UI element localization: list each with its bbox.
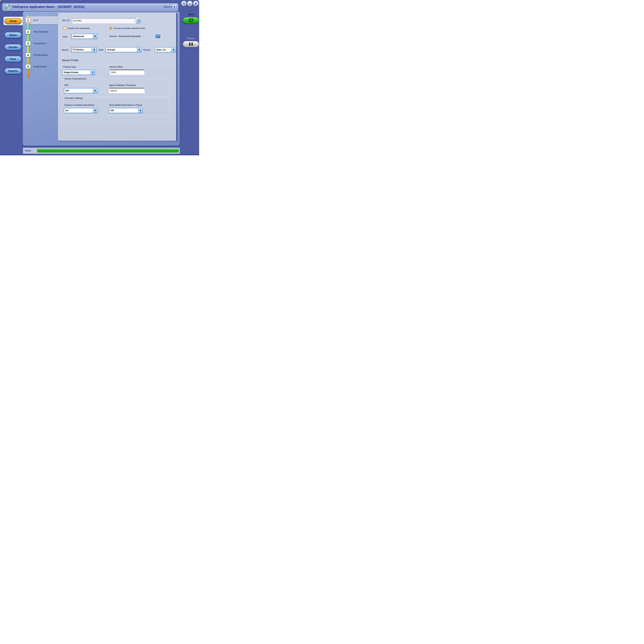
device-label: Device [62, 49, 69, 51]
minimize-icon [189, 2, 191, 5]
edit-dut-id-button[interactable]: ✎ [135, 18, 141, 23]
section-divider [62, 63, 176, 64]
chevron-down-icon[interactable] [93, 108, 97, 113]
progress-fill [37, 149, 179, 152]
version-dropdown[interactable]: Spec 1.0 [155, 47, 176, 52]
sidebar-item-plots[interactable]: Plots [5, 56, 22, 62]
chevron-down-icon[interactable] [93, 34, 97, 39]
tekexpress-window: TekExpress Application Name - (20190927_… [0, 0, 199, 155]
step-badge-acquisitions[interactable]: 3 [25, 41, 31, 46]
radio-acquire-live-waveforms-label[interactable]: Acquire live waveforms [67, 27, 90, 30]
radio-acquire-live-waveforms[interactable] [63, 27, 66, 30]
pause-icon [189, 43, 193, 46]
suite-dropdown[interactable]: Group1 [106, 47, 141, 52]
sidebar-item-results[interactable]: Results [5, 44, 22, 50]
app-logo-icon [5, 4, 11, 10]
execution-settings-group: Execution Settings Analyze on Golden Wav… [63, 98, 170, 116]
step-badge-configuration[interactable]: 4 [25, 52, 31, 58]
device-characteristics-title: Device Characteristics [64, 78, 87, 80]
step-label-acquisitions[interactable]: Acquisitions [33, 42, 46, 45]
window-bottom-edge [0, 154, 199, 155]
sidebar-item-status[interactable]: Status [5, 32, 22, 38]
app-title: TekExpress Application Name - (20190927_… [12, 3, 84, 10]
show-model-information-value: Off [109, 108, 138, 113]
start-button[interactable] [183, 17, 199, 24]
step-label-dut[interactable]: DUT [33, 19, 38, 22]
execution-settings-title: Execution Settings [64, 97, 84, 99]
device-characteristics-group: Device Characteristics SSC Signal Valida… [63, 79, 170, 96]
vertical-offset-label: Vertical Offset [109, 66, 123, 68]
screenshot-stage: TekExpress Application Name - (20190927_… [0, 0, 199, 155]
step-badge-dut[interactable]: 1 [25, 18, 31, 23]
step-label-configuration[interactable]: Configuration [33, 54, 48, 56]
options-menu[interactable]: Options [163, 3, 176, 10]
session-label: Session : BackwardCompitability [109, 35, 141, 38]
start-loop-icon [188, 18, 194, 22]
options-dropdown-button[interactable] [173, 5, 176, 9]
show-model-information-dropdown[interactable]: Off [109, 108, 143, 113]
chevron-down-icon[interactable] [91, 70, 95, 75]
setup-panel: 1 2 3 4 5 DUT Test Selection Acquisition… [23, 11, 180, 146]
probing-type-dropdown[interactable]: Single-Ended [62, 70, 95, 75]
dut-settings-content: DUT ID DUT001 ✎ Acquire live waveforms U… [58, 13, 177, 141]
session-more-button[interactable]: ... [156, 34, 160, 38]
progress-bar [37, 149, 179, 153]
device-profile-title: Device Profile [62, 59, 79, 62]
radio-use-prerecorded-waveforms-label[interactable]: Use pre-recorded waveform files [114, 27, 145, 30]
pause-label: Pause [183, 37, 199, 40]
chevron-down-icon[interactable] [92, 48, 96, 52]
sidebar-item-reports[interactable]: Reports [5, 68, 22, 74]
options-label[interactable]: Options [163, 5, 172, 8]
chevron-down-icon[interactable] [137, 48, 141, 52]
chevron-down-icon [174, 6, 175, 8]
dut-id-label: DUT ID [62, 19, 69, 22]
minimize-to-tray-button[interactable] [181, 1, 187, 6]
version-label: Version [143, 49, 151, 51]
title-bar: TekExpress Application Name - (20190927_… [2, 3, 178, 10]
analyze-on-golden-waveforms-value: On [64, 108, 93, 113]
chevron-down-icon[interactable] [171, 48, 176, 52]
sidebar-item-setup[interactable]: Setup [5, 18, 22, 24]
probing-type-dropdown-value: Single-Ended [62, 70, 91, 75]
ssc-label: SSC [64, 84, 69, 87]
ssc-dropdown[interactable]: Off [64, 88, 97, 93]
version-dropdown-value: Spec 1.0 [155, 48, 171, 52]
ssc-dropdown-value: Off [64, 88, 93, 93]
dut-id-input[interactable]: DUT001 [72, 18, 136, 23]
signal-validation-threshold-label: Signal Validation Threshold [109, 84, 135, 87]
step-badge-preferences[interactable]: 5 [25, 64, 31, 69]
window-controls [181, 1, 198, 6]
status-bar: Ready. [23, 148, 180, 154]
edit-pencil-icon: ✎ [137, 19, 139, 22]
show-model-information-label: Show Model Information In Popup [109, 104, 142, 106]
inbox-arrow-icon [183, 2, 185, 5]
view-dropdown[interactable]: Advanced [71, 34, 97, 39]
analyze-on-golden-waveforms-dropdown[interactable]: On [64, 108, 97, 113]
step-label-preferences[interactable]: Preferences [33, 65, 46, 68]
suite-dropdown-value: Group1 [106, 48, 137, 52]
view-label: View [63, 36, 67, 38]
step-label-test-selection[interactable]: Test Selection [33, 30, 48, 33]
chevron-down-icon[interactable] [138, 108, 142, 113]
suite-label: Suite [98, 49, 103, 51]
close-icon [195, 2, 197, 5]
minimize-button[interactable] [187, 1, 192, 6]
signal-validation-threshold-input[interactable]: 200mV [109, 88, 145, 93]
device-dropdown-value: TX-Device [71, 48, 92, 52]
device-dropdown[interactable]: TX-Device [71, 47, 97, 52]
status-text: Ready. [25, 150, 31, 152]
view-dropdown-value: Advanced [72, 34, 93, 39]
probing-type-label: Probing Type [63, 66, 76, 68]
pause-button[interactable] [183, 41, 199, 47]
start-label: Start [183, 13, 199, 16]
analyze-on-golden-waveforms-label: Analyze on Golden Waveforms [64, 104, 94, 106]
step-badge-test-selection[interactable]: 2 [25, 29, 31, 34]
radio-use-prerecorded-waveforms[interactable] [109, 27, 112, 30]
resize-grip-icon[interactable] [0, 1, 2, 4]
vertical-offset-input[interactable]: 200V [110, 70, 144, 75]
close-button[interactable] [193, 1, 198, 6]
chevron-down-icon[interactable] [93, 88, 97, 93]
